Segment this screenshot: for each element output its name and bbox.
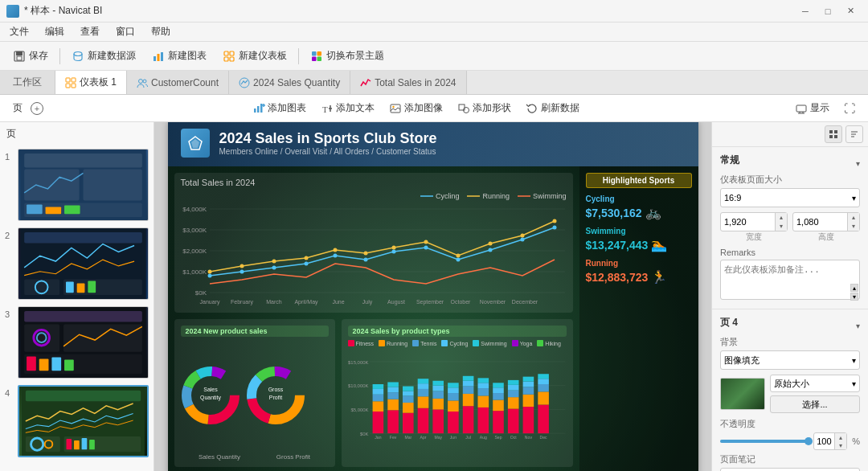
close-button[interactable]: ✕ bbox=[839, 3, 862, 19]
tab-workspace[interactable]: 工作区 bbox=[0, 71, 55, 94]
opacity-slider-thumb bbox=[805, 437, 813, 445]
svg-rect-18 bbox=[72, 84, 76, 88]
refresh-button[interactable]: 刷新数据 bbox=[519, 99, 586, 117]
width-increment[interactable]: ▴ bbox=[776, 213, 787, 222]
svg-point-113 bbox=[552, 219, 556, 223]
add-shape-button[interactable]: 添加形状 bbox=[451, 99, 518, 117]
svg-rect-157 bbox=[387, 387, 399, 392]
page-preview-4 bbox=[18, 385, 149, 457]
minimize-button[interactable]: ─ bbox=[794, 3, 817, 19]
svg-rect-43 bbox=[27, 204, 43, 214]
ratio-field: 16:9 bbox=[720, 188, 860, 207]
menu-help[interactable]: 帮助 bbox=[148, 23, 174, 40]
svg-text:$2,000K: $2,000K bbox=[182, 248, 207, 255]
page-label: 页 bbox=[6, 101, 29, 115]
svg-rect-8 bbox=[230, 51, 234, 55]
height-decrement[interactable]: ▾ bbox=[848, 222, 859, 231]
maximize-button[interactable]: □ bbox=[817, 3, 839, 19]
opacity-slider-track[interactable] bbox=[720, 440, 809, 443]
svg-rect-151 bbox=[372, 389, 383, 395]
svg-rect-45 bbox=[64, 205, 80, 214]
fill-type-select[interactable]: 图像填充 bbox=[720, 350, 860, 370]
svg-text:Sep: Sep bbox=[494, 435, 502, 440]
switch-theme-button[interactable]: 切换布景主题 bbox=[304, 47, 391, 65]
svg-point-96 bbox=[391, 250, 395, 254]
save-button[interactable]: 保存 bbox=[6, 47, 55, 65]
sport-value-swimming: $13,247,443 bbox=[586, 239, 649, 252]
height-increment[interactable]: ▴ bbox=[848, 213, 859, 222]
new-dashboard-button[interactable]: 新建仪表板 bbox=[216, 47, 293, 65]
width-decrement[interactable]: ▾ bbox=[776, 222, 787, 231]
bar-card-title: 2024 Sales by product types bbox=[348, 326, 567, 337]
svg-point-101 bbox=[552, 226, 556, 230]
menu-view[interactable]: 查看 bbox=[77, 23, 103, 40]
svg-text:$0K: $0K bbox=[194, 289, 207, 297]
svg-text:$1,000K: $1,000K bbox=[182, 268, 207, 276]
menu-edit[interactable]: 编辑 bbox=[42, 23, 68, 40]
add-text-button[interactable]: T 添加文本 bbox=[314, 99, 381, 117]
dash-right-panel: Highlighted Sports Cycling $7,530,162 🚲 … bbox=[579, 166, 698, 471]
svg-point-112 bbox=[520, 234, 524, 238]
svg-rect-208 bbox=[522, 407, 534, 433]
svg-rect-154 bbox=[387, 410, 399, 433]
svg-rect-63 bbox=[51, 358, 61, 371]
page-notes-textarea[interactable] bbox=[720, 468, 860, 471]
svg-rect-158 bbox=[387, 382, 399, 387]
tab-sales-quantity[interactable]: 2024 Sales Quantity bbox=[229, 71, 350, 94]
new-chart-button[interactable]: 新建图表 bbox=[145, 47, 213, 65]
general-title: 常规 bbox=[720, 154, 739, 167]
add-image-button[interactable]: 添加图像 bbox=[383, 99, 449, 117]
canvas-area[interactable]: 2024 Sales in Sports Club Store Members … bbox=[154, 122, 711, 471]
page1-preview-svg bbox=[18, 149, 148, 220]
sport-item-running: Running $12,883,723 🏃 bbox=[586, 259, 692, 285]
svg-rect-192 bbox=[477, 388, 489, 395]
remarks-textarea[interactable] bbox=[720, 260, 860, 300]
height-value: 1,080 bbox=[793, 213, 847, 231]
page-thumb-2[interactable]: 2 bbox=[0, 224, 154, 303]
svg-text:August: August bbox=[387, 299, 405, 305]
page4-section: 页 4 背景 图像填充 原始大小 bbox=[712, 309, 868, 471]
panel-view-button[interactable] bbox=[825, 125, 842, 143]
scroll-up[interactable]: ▴ bbox=[850, 284, 858, 292]
page-thumb-1[interactable]: 1 bbox=[0, 145, 154, 224]
titlebar: * 样本 - Navicat BI ─ □ ✕ bbox=[0, 0, 868, 23]
opacity-increment[interactable]: ▴ bbox=[835, 433, 846, 441]
svg-point-100 bbox=[520, 238, 524, 242]
page-thumb-4[interactable]: 4 bbox=[0, 382, 154, 461]
display-button[interactable]: 显示 bbox=[788, 99, 836, 117]
tab-customer-count[interactable]: CustomerCount bbox=[127, 71, 229, 94]
svg-rect-176 bbox=[432, 381, 444, 386]
svg-rect-16 bbox=[72, 78, 76, 82]
svg-point-98 bbox=[456, 258, 460, 262]
fullscreen-button[interactable]: ⛶ bbox=[837, 100, 862, 117]
legend-cycling: Cycling bbox=[420, 192, 460, 200]
tab-total-sales[interactable]: Total Sales in 2024 bbox=[350, 71, 466, 94]
theme-icon bbox=[310, 50, 323, 63]
svg-rect-9 bbox=[224, 57, 228, 61]
dash-subtitle: Members Online / Overall Visit / All Ord… bbox=[219, 147, 437, 156]
remarks-scroll: ▴ ▾ bbox=[850, 284, 858, 301]
svg-point-105 bbox=[304, 256, 308, 260]
choose-image-button[interactable]: 选择... bbox=[770, 395, 860, 413]
new-datasource-button[interactable]: 新建数据源 bbox=[65, 47, 142, 65]
add-chart-button[interactable]: 添加图表 bbox=[246, 99, 313, 117]
page4-section-header[interactable]: 页 4 bbox=[720, 316, 860, 336]
bar-chart-card: 2024 Sales by product types Fitness Runn… bbox=[342, 319, 573, 467]
remarks-label: Remarks bbox=[720, 248, 860, 257]
svg-text:Nov: Nov bbox=[524, 435, 532, 440]
dashboard-icon bbox=[223, 50, 235, 63]
panel-sort-button[interactable] bbox=[845, 125, 863, 143]
pages-label: 页 bbox=[6, 127, 16, 141]
menu-file[interactable]: 文件 bbox=[6, 23, 32, 40]
menu-window[interactable]: 窗口 bbox=[113, 23, 138, 40]
tab-dashboard1[interactable]: 仪表板 1 bbox=[55, 71, 127, 94]
scroll-down[interactable]: ▾ bbox=[850, 293, 858, 301]
ratio-select[interactable]: 16:9 bbox=[720, 188, 860, 207]
opacity-decrement[interactable]: ▾ bbox=[835, 441, 846, 449]
image-size-select[interactable]: 原始大小 bbox=[770, 375, 860, 392]
general-section-header[interactable]: 常规 bbox=[720, 154, 860, 174]
add-page-button[interactable]: + bbox=[31, 102, 43, 115]
svg-rect-217 bbox=[538, 379, 549, 384]
svg-text:July: July bbox=[362, 299, 372, 305]
page-thumb-3[interactable]: 3 bbox=[0, 303, 154, 382]
